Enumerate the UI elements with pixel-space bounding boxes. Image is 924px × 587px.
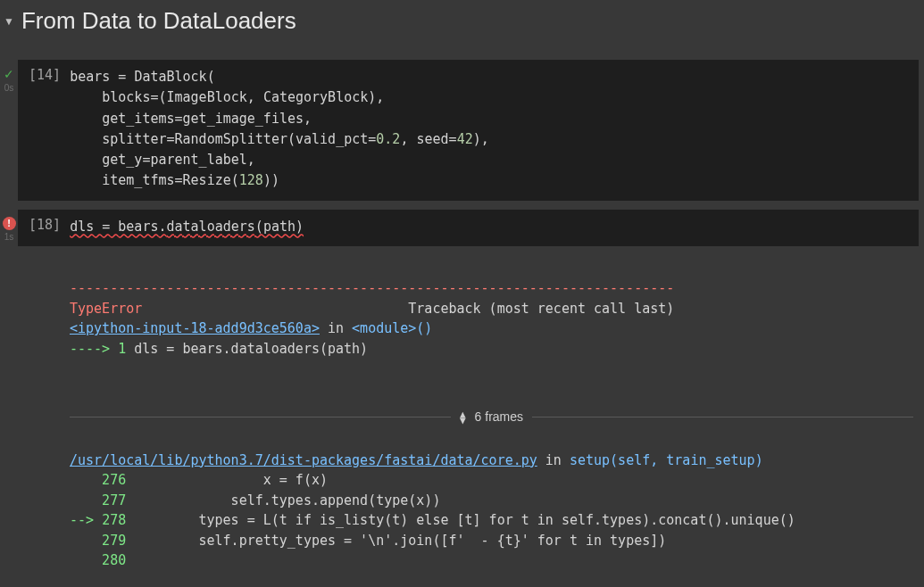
frames-expander[interactable]: ▲▼ 6 frames: [70, 408, 913, 426]
section-title: From Data to DataLoaders: [21, 7, 296, 35]
output-area: ----------------------------------------…: [18, 246, 924, 587]
execution-count: [18]: [29, 217, 61, 237]
code-content[interactable]: bears = DataBlock( blocks=(ImageBlock, C…: [70, 67, 489, 192]
frames-count-label: 6 frames: [475, 408, 523, 426]
expand-collapse-icon[interactable]: ▲▼: [460, 411, 466, 424]
arrow-marker: ----> 1: [70, 341, 126, 357]
divider-line: [70, 417, 451, 418]
cell-body: [18] dls = bears.dataloaders(path) -----…: [18, 210, 924, 588]
exec-time: 1s: [4, 232, 14, 242]
arrow-marker: -->: [70, 512, 102, 528]
traceback-header: Traceback (most recent call last): [408, 301, 674, 317]
code-cell: ! 1s [18] dls = bears.dataloaders(path) …: [0, 210, 924, 588]
divider-line: [532, 417, 913, 418]
code-cell: ✓ 0s [14] bears = DataBlock( blocks=(Ima…: [0, 60, 924, 201]
code-content[interactable]: dls = bears.dataloaders(path): [70, 217, 304, 237]
cell-gutter: ! 1s: [0, 210, 18, 588]
error-type: TypeError: [70, 301, 142, 317]
section-header: ▼ From Data to DataLoaders: [0, 0, 924, 51]
check-icon: ✓: [4, 67, 14, 81]
traceback-separator: ----------------------------------------…: [70, 280, 674, 296]
exec-time: 0s: [4, 83, 14, 93]
traceback-source-block: /usr/local/lib/python3.7/dist-packages/f…: [70, 451, 913, 587]
code-input-area[interactable]: [14] bears = DataBlock( blocks=(ImageBlo…: [18, 60, 919, 201]
traceback-block: ----------------------------------------…: [70, 278, 913, 359]
execution-count: [14]: [29, 67, 61, 192]
error-icon: !: [3, 217, 16, 230]
code-input-area[interactable]: [18] dls = bears.dataloaders(path): [18, 210, 919, 246]
cell-gutter: ✓ 0s: [0, 60, 18, 201]
collapse-toggle-icon[interactable]: ▼: [4, 15, 14, 28]
ipython-input-link[interactable]: <ipython-input-18-add9d3ce560a>: [70, 320, 320, 336]
cell-body: [14] bears = DataBlock( blocks=(ImageBlo…: [18, 60, 924, 201]
source-file-link[interactable]: /usr/local/lib/python3.7/dist-packages/f…: [70, 452, 537, 468]
